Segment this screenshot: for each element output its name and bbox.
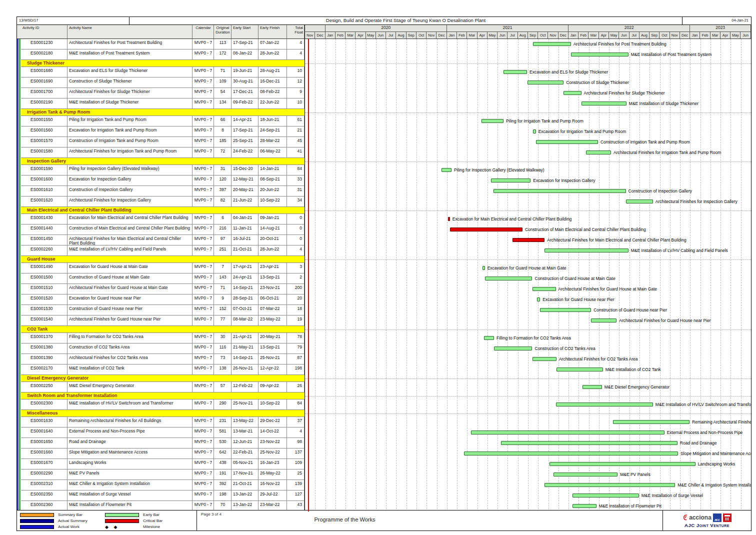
cell-early-start: 24-Feb-22 <box>232 148 258 158</box>
table-row: ES0002180M&E Installation of Post Treatm… <box>21 50 304 60</box>
timeline-month: Sep <box>528 32 538 39</box>
gantt-row: Piling for Inspection Gallery (Elevated … <box>305 165 751 176</box>
table-row: ES0002190M&E Installation of Sludge Thic… <box>21 98 304 109</box>
cell-activity-id: ES0001380 <box>21 344 68 354</box>
gantt-row: M&E Installation of Surge Vessel <box>305 490 751 501</box>
cell-activity-id: ES0002170 <box>21 364 68 374</box>
timeline-month: Apr <box>720 32 730 39</box>
cell-original-duration: 9 <box>214 294 232 304</box>
cell-original-duration: 97 <box>214 235 232 245</box>
gantt-row: Excavation for Inspection Gallery <box>305 176 751 186</box>
cell-activity-name: Architectural Finishes for Irrigation Ta… <box>68 148 192 158</box>
cell-early-start: 14-Sep-21 <box>232 354 258 364</box>
cell-calendar: MVP0 - 7 <box>192 126 214 136</box>
cell-activity-name: M&E Installation of Flowmeter Pit <box>68 501 192 511</box>
section-separator-row <box>305 326 751 333</box>
early-bar <box>613 420 690 424</box>
section-header: Miscellaneous <box>21 410 304 417</box>
cell-total-float: 78 <box>287 333 304 343</box>
cell-activity-name: M&E Installation of LV/HV Cabling and Fi… <box>68 246 192 256</box>
cell-activity-id: ES0001640 <box>21 428 68 438</box>
cell-calendar: MVP0 - 7 <box>192 501 214 511</box>
early-bar <box>482 266 485 270</box>
early-bar <box>536 140 598 144</box>
cell-calendar: MVP0 - 7 <box>192 428 214 438</box>
cell-calendar: MVP0 - 7 <box>192 333 214 343</box>
cell-early-start: 14-Sep-21 <box>232 284 258 294</box>
cell-total-float: 198 <box>287 364 304 374</box>
gantt-row: Architectural Finishes for Sludge Thicke… <box>305 88 751 98</box>
cell-total-float: 139 <box>287 480 304 490</box>
section-header: Switch Room and Transformer Installation <box>21 392 304 400</box>
cell-total-float: 3 <box>287 263 304 273</box>
cell-early-finish: 23-Nov-22 <box>258 438 287 448</box>
cell-early-finish: 25-Nov-21 <box>258 354 287 364</box>
gantt-bar-label: Construction of Guard House near Pier <box>594 308 667 312</box>
cell-activity-id: ES0002310 <box>21 480 68 490</box>
section-header: Guard House <box>21 256 304 263</box>
timeline-month: Dec <box>558 32 568 39</box>
cscec-logo <box>723 514 732 522</box>
cell-early-finish: 23-Apr-21 <box>258 263 287 273</box>
cell-activity-name: Construction of Main Electrical and Cent… <box>68 224 192 234</box>
cell-early-start: 17-Dec-21 <box>232 88 258 98</box>
cell-early-start: 12-Jun-21 <box>232 438 258 448</box>
gantt-row: Architectural Finishes for Post Treatmen… <box>305 39 751 50</box>
early-bar <box>572 494 639 498</box>
cell-early-start: 30-Aug-21 <box>232 78 258 88</box>
cell-original-duration: 54 <box>214 88 232 98</box>
cell-activity-id: ES0001680 <box>21 67 68 77</box>
section-header: CO2 Tank <box>21 326 304 333</box>
early-bar <box>494 189 626 193</box>
cell-total-float: 10 <box>287 67 304 77</box>
gantt-row: Construction of Inspection Gallery <box>305 186 751 196</box>
cell-activity-id: ES0002250 <box>21 382 68 392</box>
early-bar <box>532 287 556 291</box>
gantt-bar-label: M&E Installation of HV/LV Switchroom and… <box>656 402 751 407</box>
cell-total-float: 19 <box>287 316 304 326</box>
col-original-duration: Original Duration <box>214 25 232 38</box>
cell-early-finish: 23-Nov-21 <box>258 284 287 294</box>
cell-original-duration: 185 <box>214 137 232 147</box>
early-bar <box>540 308 591 312</box>
gantt-bar-label: M&E Installation of CO2 Tank <box>606 367 661 372</box>
milestone-icon: ◆ ◆ <box>105 525 139 529</box>
cell-activity-name: M&E Installation of Sludge Thickener <box>68 98 192 108</box>
cell-calendar: MVP0 - 7 <box>192 235 214 245</box>
cell-early-finish: 16-Jan-23 <box>258 459 287 469</box>
cell-activity-name: External Process and Non-Process Pipe <box>68 428 192 438</box>
timeline-month: May <box>609 32 619 39</box>
cell-early-finish: 08-Sep-21 <box>258 176 287 186</box>
section-separator-row <box>305 392 751 400</box>
gantt-row: Architectural Finishes for Main Electric… <box>305 235 751 246</box>
cell-calendar: MVP0 - 7 <box>192 246 214 256</box>
section-separator-row <box>305 256 751 263</box>
table-row: ES0001700Architectural Finishes for Slud… <box>21 88 304 98</box>
cell-calendar: MVP0 - 7 <box>192 50 214 60</box>
gantt-bar-label: M&E Installation of Post Treatment Syste… <box>631 52 712 57</box>
early-bar <box>504 70 527 74</box>
cell-early-start: 09-Feb-22 <box>232 98 258 108</box>
cell-total-float: 33 <box>287 176 304 186</box>
cell-calendar: MVP0 - 7 <box>192 305 214 315</box>
cell-activity-id: ES0001560 <box>21 126 68 136</box>
cell-original-duration: 392 <box>214 480 232 490</box>
timeline-month: Oct <box>660 32 670 39</box>
gantt-bar-label: M&E Installation of LV/HV Cabling and Fi… <box>631 248 728 253</box>
cell-early-finish: 18-Jun-21 <box>258 116 287 126</box>
cell-activity-name: Construction of Guard House at Main Gate <box>68 274 192 284</box>
gantt-row: Construction of CO2 Tanks Area <box>305 344 751 354</box>
gantt-row: M&E Installation of Sludge Thickener <box>305 98 751 109</box>
cell-original-duration: 116 <box>214 344 232 354</box>
cell-total-float: 10 <box>287 98 304 108</box>
cell-early-start: 13-Jan-22 <box>232 501 258 511</box>
table-row: ES0001620Architectural Finishes for Insp… <box>21 196 304 207</box>
cell-total-float: 43 <box>287 501 304 511</box>
cell-activity-id: ES0001530 <box>21 305 68 315</box>
gantt-chart: 2020202120222023 NovDecJanFebMarAprMayJu… <box>304 25 751 512</box>
table-row: ES0001560Excavation for Irrigation Tank … <box>21 126 304 137</box>
critical-bar-swatch <box>105 519 139 523</box>
cell-activity-name: M&E Chiller & Irrigation System Installa… <box>68 480 192 490</box>
section-separator-line <box>305 64 751 64</box>
early-bar <box>491 178 530 182</box>
